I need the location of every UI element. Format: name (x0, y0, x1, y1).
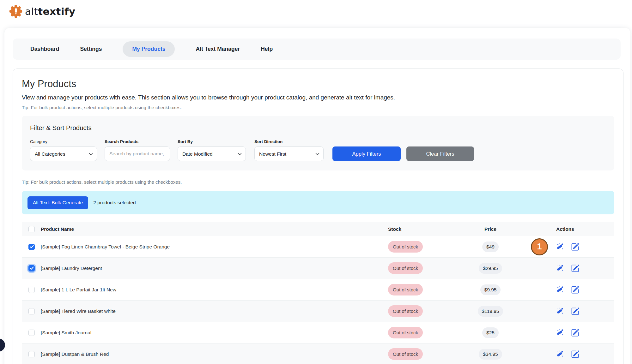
stock-badge: Out of stock (388, 348, 423, 360)
sort-by-label: Sort By (178, 139, 246, 144)
select-all-checkbox[interactable] (28, 226, 35, 232)
price-badge: $34.95 (479, 349, 502, 360)
check-icon (30, 245, 34, 248)
search-input[interactable] (105, 146, 170, 161)
row-checkbox[interactable] (28, 330, 35, 336)
filter-sort-card: Filter & Sort Products Category All Cate… (22, 116, 614, 170)
page-title: My Products (22, 78, 614, 90)
stock-badge: Out of stock (388, 327, 423, 338)
main-card: Dashboard Settings My Products Alt Text … (4, 28, 630, 364)
header-stock: Stock (380, 226, 459, 232)
product-name: [Sample] Tiered Wire Basket white (41, 308, 380, 314)
table-row: [Sample] 1 L Le Parfait Jar 1lt New Out … (22, 279, 614, 301)
search-label: Search Products (105, 139, 170, 144)
stock-badge: Out of stock (388, 241, 423, 253)
bulk-action-bar: Alt Text: Bulk Generate 2 products selec… (22, 191, 614, 214)
nav-settings[interactable]: Settings (80, 46, 102, 52)
row-checkbox[interactable] (28, 308, 35, 314)
page-tip: Tip: For bulk product actions, select mu… (22, 105, 614, 110)
edit-icon[interactable] (571, 286, 579, 294)
edit-icon[interactable] (571, 243, 579, 251)
header-product-name: Product Name (41, 226, 380, 232)
products-table: Product Name Stock Price Actions [Sample… (22, 222, 614, 364)
stock-badge: Out of stock (388, 284, 423, 295)
sort-direction-select[interactable]: Newest First (254, 146, 324, 161)
product-name: [Sample] Fog Linen Chambray Towel - Beig… (41, 244, 380, 250)
table-row: [Sample] Tiered Wire Basket white Out of… (22, 301, 614, 322)
price-badge: $49 (482, 242, 499, 252)
row-checkbox[interactable] (28, 244, 35, 250)
bulk-generate-button[interactable]: Alt Text: Bulk Generate (27, 196, 88, 209)
edit-icon[interactable] (571, 329, 579, 337)
price-badge: $119.95 (478, 306, 503, 317)
nav-my-products[interactable]: My Products (123, 41, 175, 57)
selected-count-text: 2 products selected (93, 200, 136, 206)
magic-wand-icon[interactable] (556, 286, 564, 294)
category-select[interactable]: All Categories (30, 146, 97, 161)
brand-logo[interactable]: alttextify (9, 4, 76, 18)
stock-badge: Out of stock (388, 305, 423, 317)
clear-filters-button[interactable]: Clear Filters (406, 146, 474, 161)
magic-wand-icon[interactable] (556, 264, 564, 272)
header-price: Price (459, 226, 522, 232)
bulk-tip: Tip: For bulk product actions, select mu… (22, 179, 614, 185)
apply-filters-button[interactable]: Apply Filters (332, 146, 401, 161)
row-checkbox[interactable] (28, 351, 35, 357)
nav-help[interactable]: Help (261, 46, 273, 52)
nav-dashboard[interactable]: Dashboard (30, 46, 59, 52)
magic-wand-icon[interactable] (556, 329, 564, 337)
brand-name: alttextify (25, 6, 76, 17)
tour-step-marker: 1 (531, 238, 548, 255)
product-name: [Sample] Dustpan & Brush Red (41, 351, 380, 357)
stock-badge: Out of stock (388, 262, 423, 274)
table-row: [Sample] Fog Linen Chambray Towel - Beig… (22, 236, 614, 258)
page-subtitle: View and manage your products with ease.… (22, 94, 614, 101)
edit-icon[interactable] (571, 307, 579, 315)
nav-alt-text-manager[interactable]: Alt Text Manager (196, 46, 240, 52)
row-checkbox[interactable] (28, 287, 35, 293)
table-header: Product Name Stock Price Actions (22, 222, 614, 236)
table-row: [Sample] Dustpan & Brush Red Out of stoc… (22, 343, 614, 364)
filter-title: Filter & Sort Products (30, 124, 606, 132)
sort-direction-label: Sort Direction (254, 139, 324, 144)
price-badge: $25 (482, 327, 499, 338)
header-actions: Actions (522, 226, 614, 232)
product-name: [Sample] Laundry Detergent (41, 266, 380, 271)
category-label: Category (30, 139, 97, 144)
product-name: [Sample] 1 L Le Parfait Jar 1lt New (41, 287, 380, 293)
magic-wand-icon[interactable] (556, 307, 564, 315)
price-badge: $29.95 (479, 263, 502, 274)
edit-icon[interactable] (571, 264, 579, 272)
main-nav: Dashboard Settings My Products Alt Text … (13, 39, 621, 60)
product-name: [Sample] Smith Journal (41, 330, 380, 336)
price-badge: $9.95 (480, 284, 501, 295)
check-icon (30, 266, 34, 270)
gear-pencil-icon (9, 4, 23, 18)
top-bar: alttextify (0, 0, 632, 21)
edit-icon[interactable] (571, 350, 579, 358)
magic-wand-icon[interactable] (556, 243, 564, 251)
row-checkbox[interactable] (28, 265, 35, 272)
products-panel: My Products View and manage your product… (13, 69, 623, 364)
table-row: [Sample] Laundry Detergent Out of stock … (22, 258, 614, 279)
sort-by-select[interactable]: Date Modified (178, 146, 246, 161)
table-row: [Sample] Smith Journal Out of stock $25 (22, 322, 614, 343)
magic-wand-icon[interactable] (556, 350, 564, 358)
